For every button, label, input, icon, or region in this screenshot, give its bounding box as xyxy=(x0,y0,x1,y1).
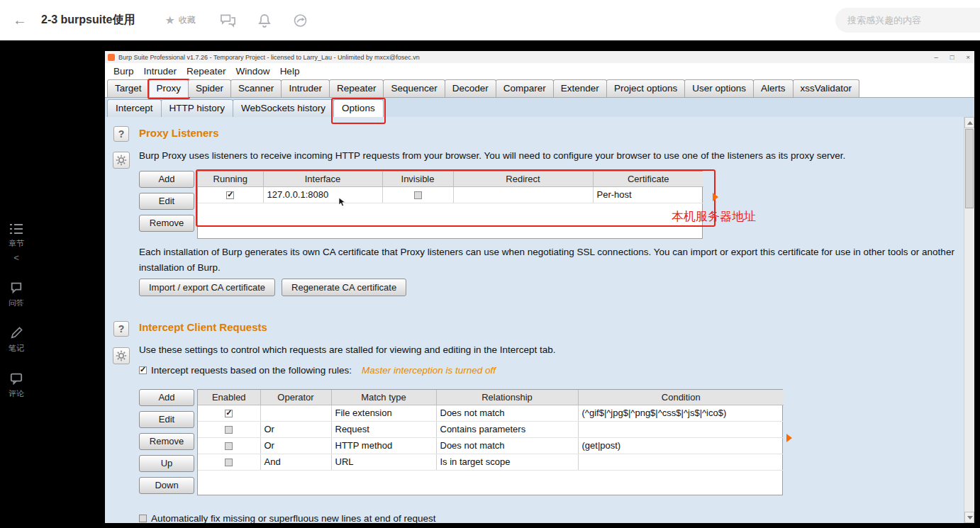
menu-window[interactable]: Window xyxy=(231,66,275,77)
burp-logo-icon xyxy=(108,54,115,61)
tab-comparer[interactable]: Comparer xyxy=(496,79,554,97)
column-header[interactable]: Certificate xyxy=(593,172,703,186)
table-header-row: Running Interface Invisible Redirect Cer… xyxy=(198,172,703,186)
menu-help[interactable]: Help xyxy=(275,66,305,77)
minimize-button[interactable]: – xyxy=(934,53,937,61)
favorite-button[interactable]: ★ 收藏 xyxy=(165,13,195,27)
add-listener-button[interactable]: Add xyxy=(139,171,194,188)
collapse-rail-icon[interactable]: < xyxy=(13,252,19,263)
listener-row[interactable]: 127.0.0.1:8080 Per-host xyxy=(198,186,703,203)
subtab-intercept[interactable]: Intercept xyxy=(107,99,162,117)
scroll-down-button[interactable] xyxy=(964,512,974,523)
tab-xssvalidator[interactable]: xssValidator xyxy=(793,79,860,97)
move-up-button[interactable]: Up xyxy=(139,455,194,472)
remove-rule-button[interactable]: Remove xyxy=(139,433,194,450)
cell-relationship: Does not match xyxy=(436,437,578,454)
tab-project-options[interactable]: Project options xyxy=(606,79,685,97)
subtab-http-history[interactable]: HTTP history xyxy=(161,99,234,117)
running-checkbox[interactable] xyxy=(226,191,234,199)
settings-gear-button[interactable] xyxy=(113,152,130,169)
video-stage: 章节 < 问答 笔记 评论 xyxy=(0,40,980,528)
rule-enabled-checkbox[interactable] xyxy=(225,410,233,417)
auto-fix-label: Automatically fix missing or superfluous… xyxy=(151,513,435,523)
window-title: Burp Suite Professional v1.7.26 - Tempor… xyxy=(118,54,420,61)
rule-row[interactable]: File extension Does not match (^gif$|^jp… xyxy=(198,405,784,421)
tab-extender[interactable]: Extender xyxy=(553,79,607,97)
scrollbar-thumb[interactable] xyxy=(965,129,974,208)
move-down-button[interactable]: Down xyxy=(139,477,194,494)
cell-match-type: URL xyxy=(331,454,436,470)
cell-condition: (^gif$|^jpg$|^png$|^css$|^js$|^ico$) xyxy=(578,405,784,421)
column-header[interactable]: Redirect xyxy=(453,172,593,186)
close-button[interactable]: × xyxy=(966,53,970,61)
tab-sequencer[interactable]: Sequencer xyxy=(383,79,445,97)
window-titlebar: Burp Suite Professional v1.7.26 - Tempor… xyxy=(105,51,974,63)
subtab-options[interactable]: Options xyxy=(333,99,384,117)
column-header[interactable]: Condition xyxy=(578,390,784,405)
main-tab-bar: Target Proxy Spider Scanner Intruder Rep… xyxy=(105,79,974,98)
tab-repeater[interactable]: Repeater xyxy=(329,79,384,97)
column-header[interactable]: Match type xyxy=(331,390,436,405)
chapters-icon xyxy=(9,223,23,236)
tab-proxy[interactable]: Proxy xyxy=(149,79,189,97)
sidebar-item-qa[interactable]: 问答 xyxy=(9,281,24,308)
comment-icon xyxy=(10,372,23,386)
tab-target[interactable]: Target xyxy=(107,79,150,97)
tab-scanner[interactable]: Scanner xyxy=(230,79,282,97)
column-header[interactable]: Enabled xyxy=(198,390,260,405)
sidebar-item-chapters[interactable]: 章节 < xyxy=(9,223,24,263)
edit-listener-button[interactable]: Edit xyxy=(139,193,194,210)
vertical-scrollbar[interactable] xyxy=(964,117,974,523)
tab-user-options[interactable]: User options xyxy=(684,79,754,97)
tab-alerts[interactable]: Alerts xyxy=(753,79,794,97)
rule-row[interactable]: And URL Is in target scope xyxy=(198,454,784,470)
regenerate-ca-button[interactable]: Regenerate CA certificate xyxy=(282,279,406,296)
cell-condition xyxy=(578,421,784,437)
column-header[interactable]: Running xyxy=(198,172,263,186)
menu-intruder[interactable]: Intruder xyxy=(139,66,182,77)
discussion-icon[interactable] xyxy=(220,13,236,28)
search-box[interactable] xyxy=(835,8,980,33)
column-header[interactable]: Relationship xyxy=(436,390,578,405)
rule-enabled-checkbox[interactable] xyxy=(225,426,233,434)
edit-rule-button[interactable]: Edit xyxy=(139,411,194,428)
remove-listener-button[interactable]: Remove xyxy=(139,215,194,232)
auto-fix-checkbox[interactable] xyxy=(139,515,147,522)
rule-enabled-checkbox[interactable] xyxy=(225,442,233,450)
invisible-checkbox[interactable] xyxy=(414,191,422,199)
maximize-button[interactable]: □ xyxy=(950,53,954,61)
import-export-ca-button[interactable]: Import / export CA certificate xyxy=(139,279,275,296)
help-button[interactable]: ? xyxy=(113,126,129,142)
bell-icon[interactable] xyxy=(257,13,272,28)
help-button[interactable]: ? xyxy=(113,321,129,337)
intercept-rules-checkbox[interactable] xyxy=(139,366,147,374)
tab-spider[interactable]: Spider xyxy=(188,79,231,97)
sidebar-item-comments[interactable]: 评论 xyxy=(9,372,24,399)
add-rule-button[interactable]: Add xyxy=(139,389,194,406)
scroll-up-button[interactable] xyxy=(964,117,974,128)
subtab-websockets-history[interactable]: WebSockets history xyxy=(233,99,334,117)
tab-decoder[interactable]: Decoder xyxy=(445,79,496,97)
column-header[interactable]: Invisible xyxy=(382,172,453,186)
sidebar-item-notes[interactable]: 笔记 xyxy=(9,327,24,354)
topbar: ← 2-3 burpsuite使用 ★ 收藏 xyxy=(0,0,980,40)
column-header[interactable]: Operator xyxy=(260,390,331,405)
rule-row[interactable]: Or HTTP method Does not match (get|post) xyxy=(198,437,784,454)
menu-repeater[interactable]: Repeater xyxy=(182,66,231,77)
cell-relationship: Contains parameters xyxy=(436,421,578,437)
settings-gear-button[interactable] xyxy=(113,347,130,364)
column-header[interactable]: Interface xyxy=(263,172,382,186)
tab-intruder[interactable]: Intruder xyxy=(281,79,330,97)
cell-operator: Or xyxy=(260,437,331,454)
proxy-listeners-description: Burp Proxy uses listeners to receive inc… xyxy=(139,148,956,164)
rule-row[interactable]: Or Request Contains parameters xyxy=(198,421,784,437)
auto-fix-row: Automatically fix missing or superfluous… xyxy=(139,513,435,523)
menu-burp[interactable]: Burp xyxy=(108,66,139,77)
rule-enabled-checkbox[interactable] xyxy=(225,459,233,466)
share-icon[interactable] xyxy=(293,13,308,28)
annotation-arrow xyxy=(786,434,792,442)
section-title-intercept-client-requests: Intercept Client Requests xyxy=(139,321,267,333)
back-button[interactable]: ← xyxy=(13,12,27,28)
search-input[interactable] xyxy=(835,15,980,26)
master-interception-status: Master interception is turned off xyxy=(362,365,496,376)
